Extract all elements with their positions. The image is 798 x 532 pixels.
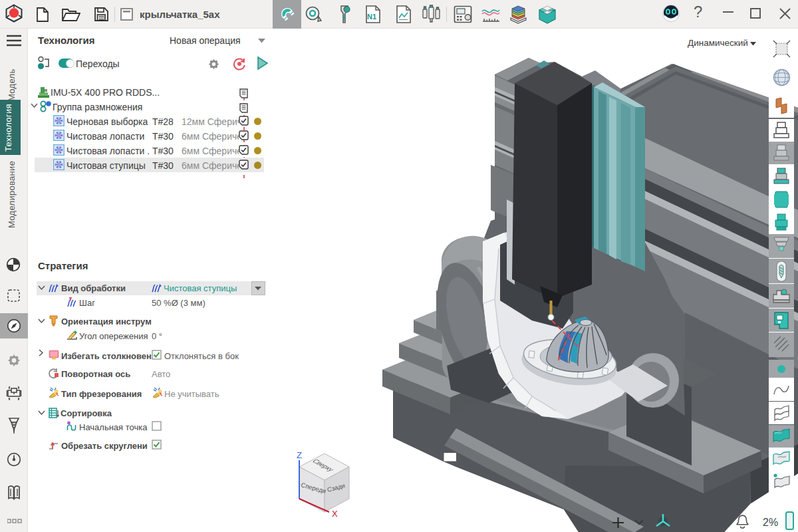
- svg-text:X: X: [332, 509, 338, 519]
- svg-text:Z: Z: [297, 450, 302, 460]
- svg-text:N1: N1: [367, 13, 376, 21]
